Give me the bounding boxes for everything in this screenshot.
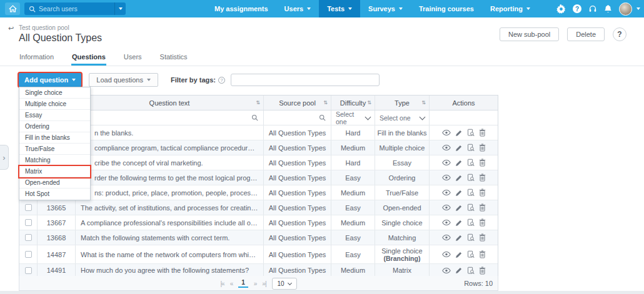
delete-icon[interactable]: [479, 250, 486, 258]
delete-icon[interactable]: [479, 233, 486, 242]
preview-icon[interactable]: [467, 203, 475, 212]
nav-tests[interactable]: Tests: [319, 0, 360, 17]
filter-question-input[interactable]: [76, 110, 264, 125]
menu-item-essay[interactable]: Essay: [19, 110, 90, 121]
edit-icon[interactable]: [455, 189, 463, 197]
view-icon[interactable]: [442, 219, 451, 226]
edit-icon[interactable]: [455, 144, 463, 152]
menu-item-matching[interactable]: Matching: [19, 155, 90, 166]
support-button[interactable]: [588, 4, 597, 13]
load-questions-button[interactable]: Load questions: [89, 73, 158, 87]
preview-icon[interactable]: [467, 159, 475, 167]
page-size-select[interactable]: 10: [272, 278, 297, 290]
menu-item-open-ended[interactable]: Open-ended: [19, 177, 90, 189]
edit-icon[interactable]: [455, 174, 463, 182]
preview-icon[interactable]: [467, 233, 475, 242]
nav-my-assignments[interactable]: My assignments: [206, 0, 276, 17]
edit-icon[interactable]: [455, 129, 463, 137]
edit-icon[interactable]: [455, 219, 463, 227]
header-source-pool[interactable]: Source pool⇅: [264, 96, 331, 110]
filter-help-icon[interactable]: ?: [218, 77, 225, 84]
global-search[interactable]: [24, 2, 126, 15]
menu-item-matrix[interactable]: Matrix: [19, 166, 90, 177]
preview-icon[interactable]: [467, 189, 475, 197]
row-checkbox[interactable]: [25, 219, 32, 226]
filter-type-select[interactable]: Select one: [375, 110, 430, 125]
tab-statistics[interactable]: Statistics: [159, 53, 188, 66]
view-icon[interactable]: [442, 129, 451, 136]
filter-difficulty-select[interactable]: Select one: [331, 110, 375, 125]
search-input[interactable]: [39, 5, 101, 12]
nav-reporting[interactable]: Reporting: [482, 0, 538, 17]
breadcrumb[interactable]: Test question pool: [19, 24, 69, 31]
menu-item-ordering[interactable]: Ordering: [19, 121, 90, 132]
delete-icon[interactable]: [479, 267, 486, 275]
filter-tags-input[interactable]: [231, 74, 380, 86]
help-button[interactable]: ?: [573, 4, 581, 13]
delete-button[interactable]: Delete: [567, 27, 605, 41]
delete-icon[interactable]: [479, 159, 486, 167]
menu-item-true-false[interactable]: True/False: [19, 144, 90, 155]
preview-icon[interactable]: [467, 174, 475, 182]
row-checkbox[interactable]: [25, 234, 32, 241]
preview-icon[interactable]: [467, 250, 475, 258]
tab-information[interactable]: Information: [19, 53, 54, 66]
edit-icon[interactable]: [455, 204, 463, 212]
menu-item-multiple-choice[interactable]: Multiple choice: [19, 99, 90, 110]
search-scope-dropdown[interactable]: [114, 2, 126, 15]
previous-page-icon[interactable]: «: [230, 280, 233, 287]
preview-icon[interactable]: [467, 218, 475, 227]
delete-icon[interactable]: [479, 144, 486, 152]
back-icon[interactable]: ↩: [8, 24, 14, 32]
row-checkbox[interactable]: [25, 204, 32, 211]
edit-icon[interactable]: [455, 251, 463, 258]
edit-icon[interactable]: [455, 267, 463, 274]
edit-icon[interactable]: [455, 159, 463, 167]
view-icon[interactable]: [442, 189, 451, 196]
nav-users[interactable]: Users: [276, 0, 319, 17]
header-difficulty[interactable]: Difficulty⇅: [331, 96, 375, 110]
sort-icon[interactable]: ⇅: [256, 100, 260, 105]
current-page[interactable]: 1: [238, 279, 248, 288]
sort-icon[interactable]: ⇅: [323, 100, 328, 105]
sort-icon[interactable]: ⇅: [367, 100, 371, 105]
nav-training-courses[interactable]: Training courses: [411, 0, 482, 17]
user-avatar[interactable]: [619, 2, 632, 16]
last-page-icon[interactable]: »|: [262, 280, 266, 287]
filter-source-input[interactable]: [264, 110, 331, 125]
new-sub-pool-button[interactable]: New sub-pool: [500, 27, 559, 41]
menu-item-fill-in-the-blanks[interactable]: Fill in the blanks: [19, 132, 90, 144]
chevron-down-icon[interactable]: [636, 7, 640, 10]
view-icon[interactable]: [442, 204, 451, 211]
row-checkbox[interactable]: [25, 267, 32, 274]
view-icon[interactable]: [442, 234, 451, 241]
menu-item-hot-spot[interactable]: Hot Spot: [19, 189, 90, 200]
view-icon[interactable]: [442, 267, 451, 274]
delete-icon[interactable]: [479, 203, 486, 212]
notifications-button[interactable]: [604, 4, 612, 13]
delete-icon[interactable]: [479, 218, 486, 227]
tab-questions[interactable]: Questions: [71, 53, 106, 66]
settings-button[interactable]: [556, 4, 566, 14]
view-icon[interactable]: [442, 174, 451, 181]
view-icon[interactable]: [442, 144, 451, 151]
sort-icon[interactable]: ⇅: [421, 100, 426, 105]
row-checkbox[interactable]: [25, 251, 32, 258]
next-page-icon[interactable]: »: [254, 280, 257, 287]
edit-icon[interactable]: [455, 234, 463, 242]
first-page-icon[interactable]: |«: [220, 280, 224, 287]
preview-icon[interactable]: [467, 144, 475, 152]
nav-surveys[interactable]: Surveys: [360, 0, 411, 17]
header-question-text[interactable]: Question text⇅: [76, 96, 264, 110]
page-help-button[interactable]: ?: [613, 27, 626, 41]
home-button[interactable]: [5, 2, 20, 15]
preview-icon[interactable]: [467, 129, 475, 137]
sidebar-expander[interactable]: ›: [0, 145, 9, 170]
header-type[interactable]: Type⇅: [375, 96, 430, 110]
view-icon[interactable]: [442, 159, 451, 166]
tab-users[interactable]: Users: [123, 53, 143, 66]
delete-icon[interactable]: [479, 174, 486, 182]
add-question-button[interactable]: Add question: [19, 73, 81, 87]
preview-icon[interactable]: [467, 267, 475, 275]
view-icon[interactable]: [442, 251, 451, 258]
